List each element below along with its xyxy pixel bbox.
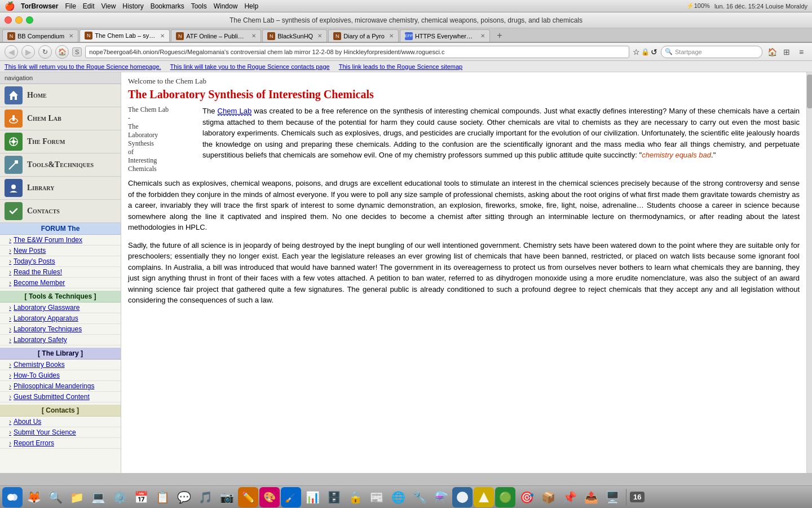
dock-icon-search[interactable]: 🔍 bbox=[45, 487, 65, 507]
new-tab-button[interactable]: + bbox=[493, 29, 506, 42]
tab-close-4[interactable]: ✕ bbox=[317, 33, 322, 39]
dock-icon-yellow[interactable] bbox=[474, 487, 494, 507]
dock-icon-pen[interactable]: ✏️ bbox=[238, 487, 258, 507]
tab-close-1[interactable]: ✕ bbox=[69, 33, 73, 39]
sidebar-item-contacts[interactable]: Contacts bbox=[0, 200, 121, 223]
menu-window[interactable]: Window bbox=[214, 2, 238, 10]
sidebar-link-new-posts[interactable]: New Posts bbox=[0, 246, 121, 256]
nav-menu-icon[interactable]: ≡ bbox=[795, 46, 807, 58]
dock-icon-upload[interactable]: 📤 bbox=[581, 487, 601, 507]
menu-torbrowser[interactable]: TorBrowser bbox=[21, 2, 58, 10]
window-close-btn[interactable] bbox=[5, 16, 12, 24]
sidebar-link-glassware[interactable]: Laboratory Glassware bbox=[0, 303, 121, 313]
menu-tools[interactable]: Tools bbox=[191, 2, 207, 10]
sidebar-link-become-member[interactable]: Become Member bbox=[0, 278, 121, 288]
tab-chemlab[interactable]: N The Chem Lab – synthesis of... ✕ bbox=[80, 29, 170, 42]
nav-home-icon[interactable]: 🏠 bbox=[766, 46, 778, 58]
tab-atf[interactable]: N ATF Online – Publication 54... ✕ bbox=[171, 29, 261, 42]
sidebar-link-submit-science[interactable]: Submit Your Science bbox=[0, 427, 121, 438]
search-bar[interactable]: 🔍 Startpage bbox=[661, 46, 762, 58]
sidebar-link-how-to[interactable]: How-To Guides bbox=[0, 370, 121, 381]
sidebar-item-library[interactable]: Library bbox=[0, 177, 121, 200]
window-maximize-btn[interactable] bbox=[26, 16, 33, 24]
scrollbar-thumb[interactable] bbox=[807, 75, 812, 108]
sidebar-link-safety[interactable]: Laboratory Safety bbox=[0, 335, 121, 345]
window-minimize-btn[interactable] bbox=[15, 16, 23, 24]
content-area[interactable]: Welcome to the Chem Lab The Laboratory S… bbox=[121, 72, 806, 473]
sidebar-link-guest-content[interactable]: Guest Submitted Content bbox=[0, 392, 121, 402]
sidebar-link-chem-books[interactable]: Chemistry Books bbox=[0, 360, 121, 370]
dock-icon-blue-circle[interactable] bbox=[452, 487, 473, 507]
nav-grid-icon[interactable]: ⊞ bbox=[780, 46, 793, 58]
home-button[interactable]: 🏠 bbox=[55, 45, 69, 59]
dock-icon-wrench[interactable]: 🔧 bbox=[409, 487, 430, 507]
tab-close-5[interactable]: ✕ bbox=[389, 33, 394, 39]
dock-icon-flask[interactable]: ⚗️ bbox=[431, 487, 451, 507]
sidebar-link-ew-forum[interactable]: The E&W Forum Index bbox=[0, 235, 121, 246]
menu-history[interactable]: History bbox=[122, 2, 143, 10]
infobar-link3[interactable]: This link leads to the Rogue Science sit… bbox=[339, 63, 463, 70]
noscript-button[interactable]: S bbox=[72, 47, 82, 56]
sidebar-item-chemlab[interactable]: Chem Lab bbox=[0, 107, 121, 130]
library-section-header[interactable]: [ The Library ] bbox=[0, 348, 121, 360]
reload-icon[interactable]: ↺ bbox=[651, 47, 657, 56]
infobar-link2[interactable]: This link will take you to the Rogue Sci… bbox=[170, 63, 330, 70]
dock-icon-spreadsheet[interactable]: 📊 bbox=[302, 487, 323, 507]
url-bar[interactable]: nope7beergoa64ih.onion/Roguesci/Megaloma… bbox=[85, 46, 629, 58]
dock-icon-target[interactable]: 🎯 bbox=[517, 487, 537, 507]
tab-close-6[interactable]: ✕ bbox=[480, 33, 485, 39]
sidebar-link-techniques[interactable]: Laboratory Techniques bbox=[0, 324, 121, 335]
tab-blacksunhq[interactable]: N BlackSunHQ ✕ bbox=[262, 29, 327, 42]
back-button[interactable]: ◀ bbox=[5, 45, 18, 59]
dock-icon-news[interactable]: 📰 bbox=[367, 487, 387, 507]
menu-edit[interactable]: Edit bbox=[83, 2, 95, 10]
dock-icon-art[interactable]: 🎨 bbox=[259, 487, 280, 507]
chemlab-text-link[interactable]: Chem Lab bbox=[218, 107, 252, 116]
dock-icon-settings[interactable]: ⚙️ bbox=[109, 487, 130, 507]
dock-icon-notes[interactable]: 📋 bbox=[152, 487, 173, 507]
sidebar-link-read-rules[interactable]: Read the Rules! bbox=[0, 267, 121, 278]
dock-icon-laptop[interactable]: 💻 bbox=[88, 487, 108, 507]
menu-help[interactable]: Help bbox=[244, 2, 258, 10]
sidebar-item-forum[interactable]: The Forum bbox=[0, 130, 121, 154]
sidebar-item-tools[interactable]: Tools&Techniques bbox=[0, 154, 121, 177]
dock-icon-chat[interactable]: 💬 bbox=[174, 487, 194, 507]
sidebar-link-report-errors[interactable]: Report Errors bbox=[0, 438, 121, 449]
menu-view[interactable]: View bbox=[102, 2, 116, 10]
tab-close-3[interactable]: ✕ bbox=[251, 33, 256, 39]
sidebar-item-home[interactable]: Home bbox=[0, 84, 121, 107]
sidebar-link-apparatus[interactable]: Laboratory Apparatus bbox=[0, 313, 121, 324]
dock-icon-music[interactable]: 🎵 bbox=[195, 487, 215, 507]
refresh-button[interactable]: ↻ bbox=[38, 45, 52, 59]
tools-section-header[interactable]: [ Tools & Techniques ] bbox=[0, 291, 121, 303]
dock-icon-pin[interactable]: 📌 bbox=[559, 487, 580, 507]
tab-https-everywhere[interactable]: EFF HTTPS Everywhere FAQ | Ele... ✕ bbox=[400, 29, 490, 42]
dock-icon-firefox[interactable]: 🦊 bbox=[24, 487, 44, 507]
menu-bookmarks[interactable]: Bookmarks bbox=[151, 2, 184, 10]
sidebar-link-philosophical[interactable]: Philosophical Meanderings bbox=[0, 381, 121, 392]
tab-close-2[interactable]: ✕ bbox=[160, 33, 165, 39]
contacts-section-header[interactable]: [ Contacts ] bbox=[0, 405, 121, 417]
dock-icon-monitor[interactable]: 🖥️ bbox=[602, 487, 623, 507]
sidebar-link-todays-posts[interactable]: Today's Posts bbox=[0, 256, 121, 267]
dock-icon-folder[interactable]: 📁 bbox=[67, 487, 87, 507]
menu-file[interactable]: File bbox=[65, 2, 76, 10]
forward-button[interactable]: ▶ bbox=[21, 45, 35, 59]
forum-section-header[interactable]: FORUM The bbox=[0, 223, 121, 235]
dock-icon-green-circle[interactable]: 🟢 bbox=[495, 487, 515, 507]
scrollbar-area[interactable] bbox=[806, 72, 812, 473]
dock-icon-database[interactable]: 🗄️ bbox=[324, 487, 344, 507]
sidebar-link-about-us[interactable]: About Us bbox=[0, 417, 121, 427]
dock-icon-paint[interactable]: 🖌️ bbox=[281, 487, 301, 507]
dock-icon-calendar[interactable]: 📅 bbox=[131, 487, 151, 507]
star-icon[interactable]: ☆ bbox=[633, 47, 640, 56]
apple-menu[interactable]: 🍎 bbox=[5, 1, 15, 11]
dock-icon-globe[interactable]: 🌐 bbox=[388, 487, 408, 507]
dock-icon-photo[interactable]: 📷 bbox=[217, 487, 237, 507]
dock-icon-lock[interactable]: 🔒 bbox=[345, 487, 365, 507]
dock-icon-finder[interactable] bbox=[2, 487, 23, 507]
infobar-link1[interactable]: This link will return you to the Rogue S… bbox=[5, 63, 161, 70]
tab-bb-compendium[interactable]: N BB Compendium ✕ bbox=[2, 29, 78, 42]
dock-icon-package[interactable]: 📦 bbox=[538, 487, 558, 507]
tab-diary-pyro[interactable]: N Diary of a Pyro ✕ bbox=[328, 29, 399, 42]
